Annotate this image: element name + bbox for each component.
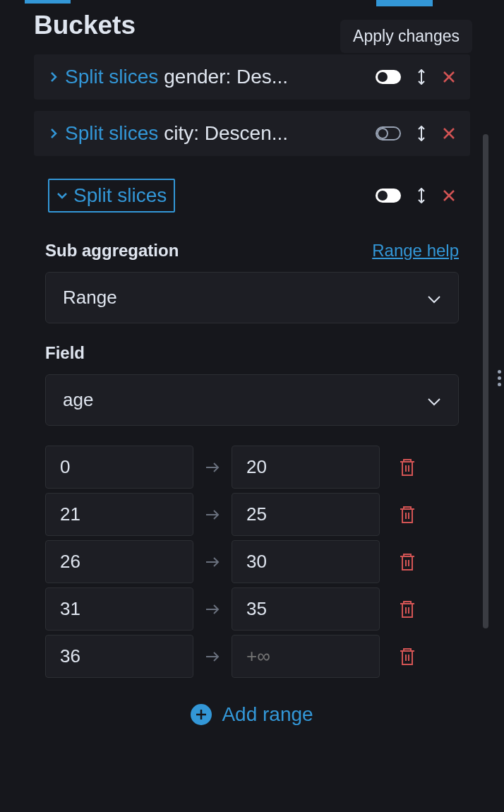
apply-changes-tooltip: Apply changes [340, 20, 472, 53]
trash-icon[interactable] [398, 647, 416, 667]
bucket-label: Split slices [73, 184, 167, 207]
arrow-right-icon [205, 460, 220, 475]
arrow-right-icon [205, 602, 220, 617]
drag-handle-icon[interactable] [416, 188, 426, 203]
scrollbar[interactable] [483, 134, 488, 628]
more-menu-icon[interactable] [495, 367, 504, 389]
range-to-input[interactable] [232, 446, 380, 489]
toggle-bucket[interactable] [376, 126, 401, 141]
chevron-down-icon [427, 294, 441, 302]
drag-handle-icon[interactable] [416, 69, 426, 85]
bucket-desc: city: Descen... [164, 122, 370, 145]
range-row [45, 493, 459, 536]
add-range-button[interactable]: Add range [45, 698, 459, 732]
range-to-input[interactable] [232, 587, 380, 631]
trash-icon[interactable] [398, 458, 416, 477]
bucket-desc: gender: Des... [164, 66, 370, 88]
chevron-right-icon [48, 71, 59, 83]
delete-bucket-icon[interactable] [442, 189, 456, 203]
range-from-input[interactable] [45, 493, 193, 536]
range-help-link[interactable]: Range help [372, 241, 459, 261]
range-row [45, 635, 459, 678]
field-value: age [63, 389, 93, 411]
range-row [45, 540, 459, 583]
field-label: Field [45, 343, 85, 363]
chevron-down-icon [56, 190, 68, 201]
range-from-input[interactable] [45, 587, 193, 631]
expanded-bucket-toggle[interactable]: Split slices [48, 179, 175, 213]
bucket-row-city[interactable]: Split slices city: Descen... [34, 111, 470, 156]
trash-icon[interactable] [398, 505, 416, 525]
drag-handle-icon[interactable] [416, 126, 426, 141]
bucket-row-gender[interactable]: Split slices gender: Des... [34, 54, 470, 100]
trash-icon[interactable] [398, 552, 416, 572]
chevron-down-icon [427, 396, 441, 405]
range-to-input[interactable] [232, 493, 380, 536]
bucket-label: Split slices [65, 122, 158, 145]
field-select[interactable]: age [45, 374, 459, 426]
bucket-row-expanded: Split slices [34, 167, 470, 224]
arrow-right-icon [205, 554, 220, 570]
bucket-label: Split slices [65, 66, 158, 88]
range-from-input[interactable] [45, 446, 193, 489]
delete-bucket-icon[interactable] [442, 126, 456, 141]
plus-icon [191, 704, 212, 725]
sub-aggregation-label: Sub aggregation [45, 241, 179, 261]
toggle-bucket[interactable] [376, 189, 401, 203]
range-to-input[interactable] [232, 540, 380, 583]
range-row [45, 446, 459, 489]
trash-icon[interactable] [398, 599, 416, 619]
toggle-bucket[interactable] [376, 70, 401, 84]
range-from-input[interactable] [45, 635, 193, 678]
range-row [45, 587, 459, 631]
range-to-input[interactable] [232, 635, 380, 678]
ranges-list [45, 446, 459, 678]
sub-aggregation-select[interactable]: Range [45, 272, 459, 323]
range-from-input[interactable] [45, 540, 193, 583]
arrow-right-icon [205, 649, 220, 664]
chevron-right-icon [48, 128, 59, 139]
add-range-label: Add range [222, 703, 313, 726]
delete-bucket-icon[interactable] [442, 70, 456, 84]
arrow-right-icon [205, 507, 220, 523]
sub-aggregation-value: Range [63, 287, 117, 309]
